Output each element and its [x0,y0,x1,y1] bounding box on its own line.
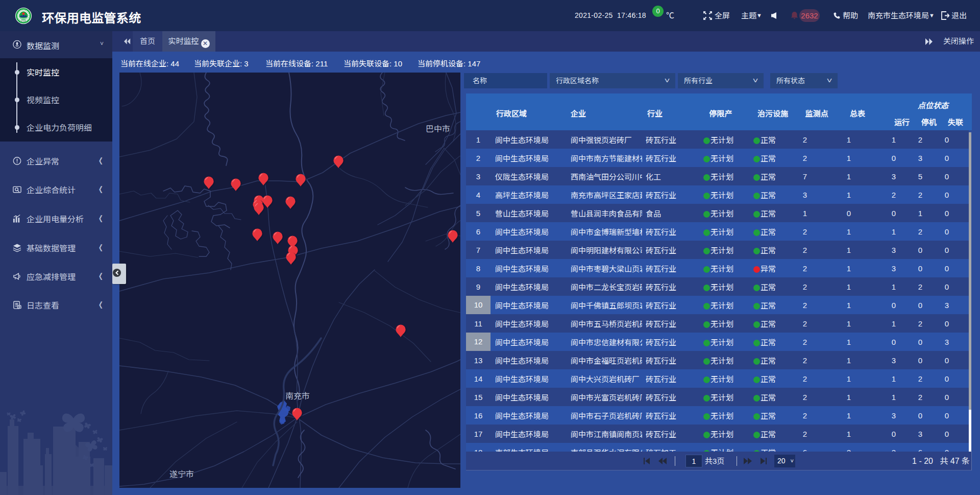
svg-text:南充市: 南充市 [285,392,310,400]
svg-text:遂宁市: 遂宁市 [169,470,194,479]
svg-text:巴中市: 巴中市 [426,125,450,133]
